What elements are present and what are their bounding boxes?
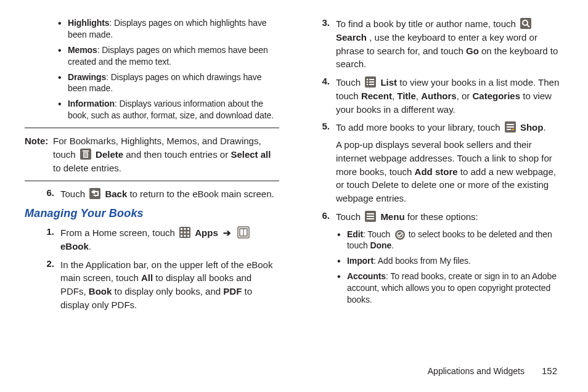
list-item: • Information: Displays various informat…: [25, 98, 279, 121]
step-text: to display only books, and: [115, 286, 224, 296]
comma: ,: [416, 91, 421, 101]
svg-rect-4: [85, 153, 86, 157]
bullet-icon: •: [337, 229, 347, 252]
step-number: 6.: [309, 210, 336, 224]
svg-rect-38: [507, 129, 511, 130]
back-icon: [89, 187, 101, 200]
bullet-icon: •: [58, 44, 68, 68]
addstore-label: Add store: [415, 166, 458, 177]
bullet-term: Information: [68, 99, 115, 108]
note: Note: For Bookmarks, Highlights, Memos, …: [25, 134, 279, 174]
done-label: Done: [370, 240, 392, 250]
note-text: to delete entries.: [53, 163, 121, 173]
bullet-term: Highlights: [68, 18, 109, 28]
edit-pre: : Touch: [363, 229, 393, 239]
trash-icon: [80, 148, 92, 160]
search-icon: [520, 17, 532, 30]
page-number: 152: [542, 365, 557, 376]
step-number: 6.: [33, 187, 60, 201]
svg-rect-5: [86, 153, 87, 157]
svg-rect-1: [83, 150, 89, 152]
list-item: • Import: Add books from My files.: [336, 255, 563, 267]
accounts-term: Accounts: [347, 271, 386, 281]
step-text: to return to the eBook main screen.: [129, 189, 274, 199]
svg-rect-39: [512, 129, 514, 130]
bullet-icon: •: [337, 255, 347, 267]
step-number: 1.: [33, 226, 60, 253]
step-text: Touch: [336, 77, 363, 88]
go-label: Go: [466, 46, 479, 56]
divider: [25, 128, 279, 128]
import-desc: : Add books from My files.: [374, 256, 471, 266]
ebook-label: eBook: [60, 241, 89, 251]
bullet-icon: •: [58, 17, 68, 41]
step-item: 6. Touch Back to return to the eBook mai…: [25, 187, 279, 201]
step-number: 4.: [309, 76, 336, 116]
pdf-label: PDF: [223, 286, 242, 296]
step-number: 3.: [309, 17, 336, 71]
svg-rect-19: [181, 235, 182, 237]
svg-point-31: [367, 84, 369, 86]
apps-grid-icon: [179, 226, 191, 239]
section-heading: Managing Your Books: [25, 207, 279, 220]
back-label: Back: [105, 189, 127, 199]
bullet-desc: : Displays pages on which memos have bee…: [68, 45, 268, 67]
list-label: List: [380, 77, 397, 88]
note-text: and then touch entries or: [126, 149, 231, 160]
list-item: • Edit: Touch to select books to be dele…: [336, 229, 563, 252]
import-term: Import: [347, 256, 374, 266]
bullet-text: Accounts: To read books, create or sign …: [347, 271, 563, 306]
book-label: Book: [89, 286, 112, 296]
step-text: .: [89, 241, 91, 251]
step-item: 5. To add more books to your library, to…: [309, 121, 563, 205]
svg-rect-14: [184, 228, 186, 230]
svg-rect-25: [520, 18, 531, 29]
step-text: From a Home screen, touch: [60, 227, 178, 238]
step-text: .: [543, 122, 545, 133]
shop-label: Shop: [520, 122, 544, 133]
page-footer: Applications and Widgets 152: [428, 365, 557, 376]
step-text: Touch: [60, 189, 88, 199]
delete-label: Delete: [96, 149, 123, 160]
svg-rect-18: [187, 232, 189, 234]
right-column: 3. To find a book by title or author nam…: [309, 17, 563, 317]
svg-rect-13: [181, 228, 182, 230]
search-label: Search: [336, 32, 367, 43]
bullet-text: Import: Add books from My files.: [347, 255, 563, 267]
step-text: for these options:: [407, 211, 478, 222]
menu-icon: [364, 210, 377, 223]
bullet-term: Drawings: [68, 72, 106, 82]
edit-term: Edit: [347, 229, 363, 239]
svg-rect-42: [367, 216, 374, 217]
ebook-icon: [237, 226, 250, 239]
step-body: Touch Menu for these options:: [336, 210, 563, 224]
step-body: To find a book by title or author name, …: [336, 17, 563, 71]
select-all-label: Select all: [231, 149, 271, 160]
bullet-text: Edit: Touch to select books to be delete…: [347, 229, 563, 252]
step-body: To add more books to your library, touch…: [336, 121, 563, 205]
bullet-icon: •: [58, 71, 68, 95]
divider: [25, 181, 279, 181]
page-content: • Highlights: Displays pages on which hi…: [0, 0, 588, 317]
recent-label: Recent: [361, 91, 392, 101]
edit-end: .: [391, 240, 394, 250]
menu-label: Menu: [380, 211, 404, 222]
svg-rect-37: [507, 126, 514, 128]
svg-rect-32: [369, 79, 374, 80]
list-item: • Drawings: Displays pages on which draw…: [25, 71, 279, 95]
step-item: 2. In the Application bar, on the upper …: [25, 258, 279, 312]
svg-rect-43: [367, 218, 374, 219]
step-item: 1. From a Home screen, touch Apps ➔ eBoo…: [25, 226, 279, 253]
step-number: 2.: [33, 258, 60, 312]
bullet-term: Memos: [68, 45, 97, 55]
svg-point-29: [367, 79, 369, 81]
svg-rect-21: [187, 235, 189, 237]
title-label: Title: [397, 91, 416, 101]
step-body: Touch List to view your books in a list …: [336, 76, 563, 116]
svg-rect-17: [184, 232, 186, 234]
comma: ,: [392, 91, 397, 101]
bullet-icon: •: [337, 271, 347, 306]
svg-rect-20: [184, 235, 186, 237]
list-item: • Memos: Displays pages on which memos h…: [25, 44, 279, 68]
svg-point-30: [367, 81, 369, 83]
